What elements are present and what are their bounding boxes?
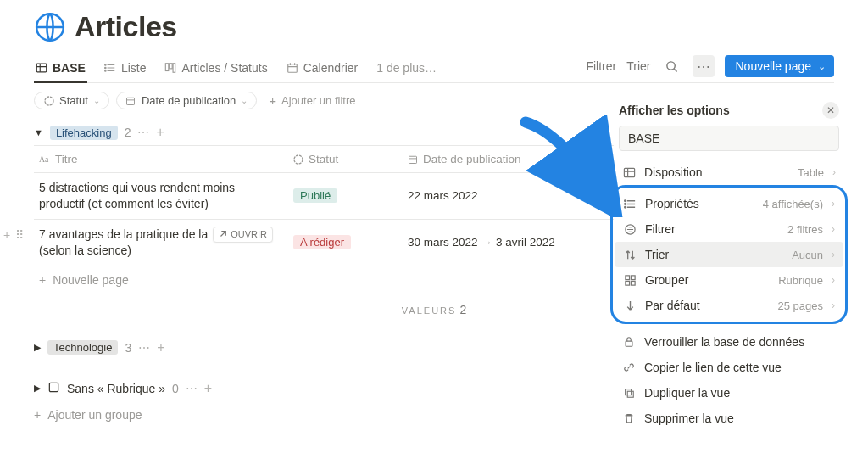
sort-icon	[623, 248, 637, 261]
col-header-title[interactable]: AaTitre	[34, 146, 288, 172]
chevron-right-icon: ›	[832, 223, 835, 235]
plus-icon: +	[269, 93, 276, 108]
chevron-right-icon: ›	[832, 166, 836, 178]
svg-rect-25	[626, 341, 632, 346]
tab-liste[interactable]: Liste	[103, 56, 148, 81]
tab-calendrier[interactable]: Calendrier	[285, 56, 360, 81]
empty-icon	[47, 381, 60, 396]
cell-status[interactable]: A rédiger	[288, 220, 403, 266]
new-page-button[interactable]: Nouvelle page⌄	[725, 55, 834, 77]
svg-point-18	[624, 203, 626, 204]
panel-row-group[interactable]: Grouper Rubrique ›	[615, 267, 843, 293]
group-add-button[interactable]: +	[157, 340, 164, 355]
svg-point-17	[624, 200, 626, 202]
svg-rect-26	[626, 389, 632, 395]
chevron-down-icon: ⌄	[818, 61, 826, 72]
view-name-input[interactable]: BASE	[619, 126, 839, 151]
status-badge: A rédiger	[293, 235, 351, 249]
group-menu-button[interactable]: ⋯	[186, 382, 198, 395]
group-add-button[interactable]: +	[156, 125, 164, 140]
tab-base[interactable]: BASE	[34, 56, 87, 83]
board-icon	[164, 62, 176, 74]
group-tag[interactable]: Technologie	[47, 340, 118, 355]
add-group-label: Ajouter un groupe	[47, 408, 142, 422]
duplicate-icon	[622, 386, 636, 400]
cell-date[interactable]: 30 mars 2022 → 3 avril 2022	[403, 220, 598, 266]
view-tabs: BASE Liste Articles / Statuts Calendrier…	[34, 55, 834, 83]
panel-row-sort[interactable]: Trier Aucun ›	[615, 242, 843, 267]
col-header-date[interactable]: Date de publication	[403, 146, 598, 172]
list-icon	[104, 62, 116, 74]
panel-row-delete[interactable]: Supprimer la vue	[614, 406, 844, 431]
page-title[interactable]: Articles	[75, 10, 177, 43]
toggle-group-icon[interactable]: ▶	[34, 343, 41, 352]
panel-title: Afficher les options	[619, 104, 730, 117]
svg-point-19	[624, 206, 626, 208]
panel-row-copy-link[interactable]: Copier le lien de cette vue	[614, 355, 844, 380]
search-icon[interactable]	[660, 55, 682, 77]
tab-label: Articles / Statuts	[181, 61, 267, 75]
open-button[interactable]: OUVRIR	[213, 227, 273, 243]
view-options-button[interactable]: ⋯	[693, 55, 715, 77]
add-row-label: Nouvelle page	[53, 273, 129, 287]
svg-rect-15	[49, 383, 58, 391]
chip-label: Statut	[59, 94, 88, 107]
cell-title[interactable]: 7 avantages de la pratique de la OUVRIR …	[34, 220, 288, 266]
tab-label: Liste	[121, 61, 147, 75]
lock-icon	[622, 335, 636, 349]
group-add-button[interactable]: +	[204, 381, 212, 396]
panel-row-filter[interactable]: Filtrer 2 filtres ›	[615, 216, 843, 242]
plus-icon[interactable]: +	[3, 228, 10, 242]
list-icon	[623, 197, 637, 210]
calendar-icon	[287, 62, 298, 74]
close-icon[interactable]: ✕	[822, 102, 839, 119]
table-icon	[622, 165, 636, 179]
svg-rect-27	[627, 391, 633, 397]
group-menu-button[interactable]: ⋯	[138, 341, 150, 355]
chevron-right-icon: ›	[832, 249, 835, 260]
group-tag[interactable]: Lifehacking	[50, 126, 118, 140]
toggle-group-icon[interactable]: ▶	[34, 383, 41, 393]
drag-handle-icon[interactable]: ⠿	[15, 228, 24, 242]
svg-point-4	[105, 70, 106, 71]
view-options-panel: Afficher les options ✕ BASE Disposition …	[614, 98, 844, 431]
filter-chip-status[interactable]: Statut ⌄	[34, 92, 109, 109]
status-icon	[43, 95, 54, 106]
group-menu-button[interactable]: ⋯	[137, 126, 149, 139]
tab-more[interactable]: 1 de plus…	[375, 56, 438, 81]
toggle-group-icon[interactable]: ▼	[34, 128, 43, 137]
cell-title[interactable]: 5 distractions qui vous rendent moins pr…	[34, 173, 288, 219]
add-filter-label: Ajouter un filtre	[281, 94, 355, 107]
svg-rect-24	[631, 281, 635, 285]
globe-icon	[34, 11, 66, 43]
svg-rect-5	[166, 64, 170, 71]
filter-button[interactable]: Filtrer	[586, 59, 616, 73]
panel-row-load[interactable]: Par défaut 25 pages ›	[615, 293, 843, 318]
cell-status[interactable]: Publié	[288, 173, 403, 219]
svg-rect-11	[127, 98, 135, 104]
group-label[interactable]: Sans « Rubrique »	[67, 382, 165, 395]
svg-rect-14	[409, 156, 417, 163]
sort-button[interactable]: Trier	[626, 59, 650, 73]
tab-label: Calendrier	[303, 61, 359, 75]
panel-row-layout[interactable]: Disposition Table ›	[614, 160, 844, 185]
filter-chip-date[interactable]: Date de publication ⌄	[116, 92, 257, 109]
add-filter-button[interactable]: + Ajouter un filtre	[269, 93, 355, 108]
col-header-status[interactable]: Statut	[288, 146, 403, 172]
svg-point-13	[294, 155, 303, 164]
table-icon	[36, 62, 47, 74]
panel-row-properties[interactable]: Propriétés 4 affichée(s) ›	[615, 191, 843, 216]
svg-point-2	[105, 64, 106, 65]
row-hover-controls: + ⠿	[3, 228, 24, 242]
tab-articles-statuts[interactable]: Articles / Statuts	[163, 56, 269, 81]
panel-row-lock[interactable]: Verrouiller la base de données	[614, 329, 844, 355]
svg-rect-22	[631, 275, 635, 279]
panel-row-duplicate[interactable]: Dupliquer la vue	[614, 380, 844, 406]
chevron-right-icon: ›	[832, 274, 835, 286]
group-icon	[623, 273, 637, 287]
cell-date[interactable]: 22 mars 2022	[403, 173, 598, 219]
calendar-icon	[125, 95, 136, 106]
group-count: 2	[125, 126, 131, 139]
link-icon	[622, 361, 636, 374]
chevron-right-icon: ›	[832, 299, 835, 311]
